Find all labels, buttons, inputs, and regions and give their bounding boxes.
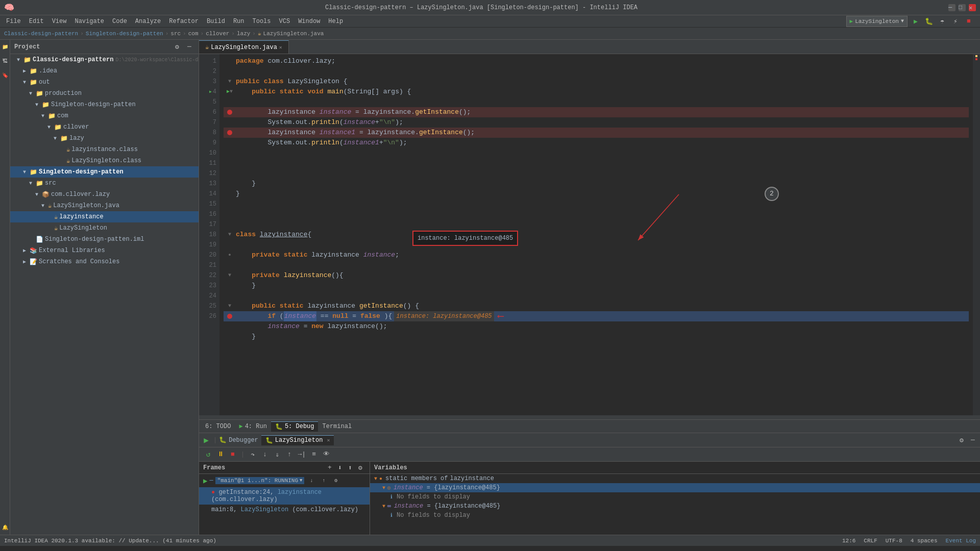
status-indent[interactable]: 4 spaces	[911, 538, 938, 544]
sidebar-project-icon[interactable]: 📁	[0, 42, 10, 52]
tree-item-singleton-out[interactable]: ▼ 📁 Singleton-design-patten	[10, 99, 199, 110]
breadcrumb-item-6[interactable]: lazy	[237, 31, 250, 37]
editor-tab-lazysingleton[interactable]: ☕ LazySingleton.java ✕	[199, 40, 289, 54]
debug-step-toolbar: ↺ ⏸ ■ | ↷ ↓ ⇓ ↑ →| ≡ 👁	[199, 447, 980, 462]
profile-btn[interactable]: ⚡	[950, 16, 961, 27]
close-debug-tab[interactable]: ✕	[327, 437, 330, 443]
debug-step-into-icon[interactable]: ↓	[260, 449, 270, 460]
menu-refactor[interactable]: Refactor	[165, 17, 203, 26]
tab-todo[interactable]: 6: TODO	[201, 422, 235, 431]
minimize-btn[interactable]: ─	[948, 4, 955, 11]
thread-collapse-icon[interactable]: ↑	[318, 475, 329, 486]
tree-item-lazyinstance-class[interactable]: ☕ lazyinstance.class	[10, 144, 199, 155]
tree-item-singleton-src[interactable]: ▼ 📁 Singleton-design-patten	[10, 166, 199, 178]
menu-file[interactable]: File	[2, 17, 25, 26]
menu-analyze[interactable]: Analyze	[131, 17, 165, 26]
debug-settings-icon[interactable]: ⚙	[957, 435, 967, 445]
tree-item-iml[interactable]: 📄 Singleton-design-patten.iml	[10, 234, 199, 245]
code-line-16	[224, 209, 969, 219]
debug-force-step-icon[interactable]: ⇓	[272, 449, 282, 460]
tree-item-scratches[interactable]: ▶ 📝 Scratches and Consoles	[10, 256, 199, 267]
menu-build[interactable]: Build	[203, 17, 229, 26]
thread-settings-icon[interactable]: ⚙	[331, 475, 341, 486]
debugger-tab[interactable]: 🐛 LazySingleton ✕	[261, 435, 334, 445]
debug-rerun-icon[interactable]: ↺	[203, 449, 213, 460]
debug-watch-icon[interactable]: 👁	[321, 449, 331, 460]
maximize-btn[interactable]: □	[959, 4, 966, 11]
thread-selector[interactable]: "main"@1 i...n": RUNNING ▼	[215, 477, 305, 484]
breadcrumb-item-7[interactable]: ☕ LazySingleton.java	[258, 30, 324, 37]
tree-item-lazysingleton-java[interactable]: ▼ ☕ LazySingleton.java	[10, 200, 199, 211]
coverage-btn[interactable]: ☂	[937, 16, 947, 27]
debug-evaluate-icon[interactable]: ≡	[309, 449, 319, 460]
menu-run[interactable]: Run	[229, 17, 249, 26]
menu-edit[interactable]: Edit	[25, 17, 48, 26]
var-static-members[interactable]: ▼ ● static members of lazyinstance	[370, 474, 980, 483]
frames-add-icon[interactable]: +	[325, 463, 335, 473]
tree-item-root[interactable]: ▼ 📁 Classic-design-pattern D:\2020-works…	[10, 54, 199, 65]
breadcrumb-item-3[interactable]: src	[170, 31, 181, 37]
tree-item-external-libs[interactable]: ▶ 📚 External Libraries	[10, 245, 199, 256]
project-settings-icon[interactable]: ⚙	[172, 42, 182, 52]
tree-item-idea[interactable]: ▶ 📁 .idea	[10, 65, 199, 77]
debug-step-over-icon[interactable]: ↷	[248, 449, 258, 460]
horizontal-scrollbar[interactable]	[199, 415, 980, 419]
var-instance[interactable]: ▼ ◎ instance = {lazyinstance@485}	[370, 483, 980, 492]
tree-item-lazysingleton-class[interactable]: ☕ LazySingleton.class	[10, 155, 199, 166]
sidebar-structure-icon[interactable]: 🏗	[0, 56, 10, 66]
tree-item-production[interactable]: ▼ 📁 production	[10, 88, 199, 99]
menu-code[interactable]: Code	[108, 17, 131, 26]
menu-window[interactable]: Window	[294, 17, 324, 26]
code-editor: 1 2 3 ▶4 5 6 7 8 9 10 11 12 13 14 15 16 …	[199, 54, 980, 415]
status-crlf[interactable]: CRLF	[864, 538, 877, 544]
project-collapse-icon[interactable]: ─	[184, 42, 194, 52]
debug-pause-icon[interactable]: ⏸	[215, 449, 226, 460]
tab-terminal[interactable]: Terminal	[318, 422, 356, 431]
tree-item-lazysingleton-inner[interactable]: ☕ LazySingleton	[10, 222, 199, 234]
var-no-fields-2: ℹ No fields to display	[370, 511, 980, 520]
frame-item-getinstance[interactable]: ● getInstance:24, lazyinstance (com.cllo…	[199, 487, 370, 505]
tab-run[interactable]: ▶ 4: Run	[235, 421, 271, 431]
breadcrumb-item-4[interactable]: com	[188, 31, 199, 37]
tree-item-package[interactable]: ▼ 📦 com.cllover.lazy	[10, 189, 199, 200]
tree-item-lazyinstance-java[interactable]: ☕ lazyinstance	[10, 211, 199, 222]
frames-settings-icon[interactable]: ⚙	[355, 463, 365, 473]
status-event-log[interactable]: Event Log	[946, 538, 976, 544]
close-tab-icon[interactable]: ✕	[279, 44, 282, 51]
tree-item-src[interactable]: ▼ 📁 src	[10, 178, 199, 189]
frames-filter-icon[interactable]: ⬇	[335, 463, 345, 473]
debug-step-out-icon[interactable]: ↑	[284, 449, 295, 460]
debug-stop-icon[interactable]: ■	[228, 449, 238, 460]
breadcrumb-item-1[interactable]: Classic-design-pattern	[4, 31, 78, 37]
tab-debug[interactable]: 🐛 5: Debug	[271, 421, 318, 432]
debug-minimize-icon[interactable]: ─	[968, 435, 978, 445]
var-oo-instance[interactable]: ▼ ∞ instance = {lazyinstance@485}	[370, 502, 980, 511]
debug-run-to-cursor-icon[interactable]: →|	[297, 449, 307, 460]
menu-view[interactable]: View	[48, 17, 71, 26]
tree-item-com-out[interactable]: ▼ 📁 com	[10, 110, 199, 121]
run-config[interactable]: ▶ LazySingleton ▼	[846, 16, 908, 27]
window-controls[interactable]: ─ □ ✕	[948, 4, 976, 11]
run-btn[interactable]: ▶	[911, 16, 921, 27]
thread-expand-icon[interactable]: ↓	[306, 475, 316, 486]
frame-item-main[interactable]: main:8, LazySingleton (com.cllover.lazy)	[199, 505, 370, 515]
menu-navigate[interactable]: Navigate	[70, 17, 108, 26]
variables-header: Variables	[370, 462, 980, 474]
menu-vcs[interactable]: VCS	[275, 17, 295, 26]
tree-item-out[interactable]: ▼ 📁 out	[10, 77, 199, 88]
tree-item-cllover-out[interactable]: ▼ 📁 cllover	[10, 121, 199, 133]
tree-item-lazy-out[interactable]: ▼ 📁 lazy	[10, 133, 199, 144]
sidebar-notifications-icon[interactable]: 🔔	[0, 522, 10, 533]
status-encoding[interactable]: UTF-8	[886, 538, 902, 544]
breadcrumb-item-2[interactable]: Singleton-design-patten	[86, 31, 163, 37]
code-content[interactable]: package com.cllover.lazy; ▼ public class…	[219, 54, 973, 415]
menu-tools[interactable]: Tools	[249, 17, 275, 26]
breadcrumb-item-5[interactable]: cllover	[206, 31, 229, 37]
close-btn[interactable]: ✕	[969, 4, 976, 11]
debug-btn[interactable]: 🐛	[924, 16, 934, 27]
frames-filter2-icon[interactable]: ⬆	[345, 463, 355, 473]
stop-btn[interactable]: ■	[964, 16, 974, 27]
sidebar-bookmarks-icon[interactable]: 🔖	[0, 70, 10, 81]
menu-help[interactable]: Help	[324, 17, 347, 26]
debug-resume-btn[interactable]: ▶	[201, 435, 211, 445]
